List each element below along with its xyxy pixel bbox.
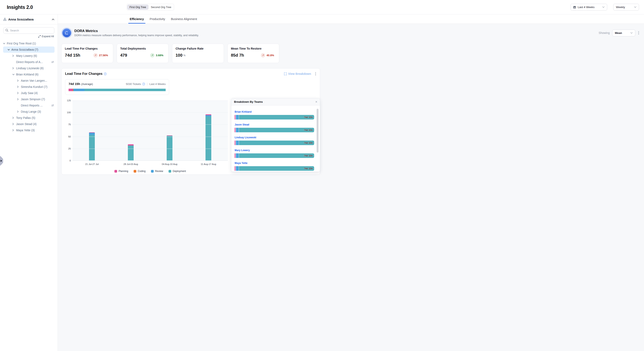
trend-badge: ↗40.8% <box>261 53 274 58</box>
bar-segment-deployment: 74d 15h <box>239 153 314 158</box>
legend-item-coding: Coding <box>134 170 146 173</box>
bar-segment-deployment: 74d 15h <box>239 128 314 132</box>
tab-productivity[interactable]: Productivity <box>150 15 165 24</box>
metric-unit: % <box>183 54 186 57</box>
team-name-link[interactable]: Maya Yette <box>235 162 248 165</box>
summary-segment-deployment <box>84 89 166 91</box>
bar-segment-planning <box>235 153 236 158</box>
toggle-first-org-tree[interactable]: First Org Tree <box>127 5 148 10</box>
summary-qualifier: (Average) <box>81 83 93 86</box>
tree-item-maya-yette[interactable]: Maya Yette (3) <box>3 127 54 133</box>
stacked-bar-28-jul-03-aug[interactable] <box>128 144 134 160</box>
legend-label: Review <box>155 170 163 173</box>
metric-card-total-deployments: Total Deployments479↗3.68% <box>117 44 168 63</box>
team-name-link[interactable]: Brian Kirkland <box>235 110 252 113</box>
tree-item-direct-reports[interactable]: Direct Reports ... <box>3 102 54 109</box>
tree-item-first-org-tree-root[interactable]: First Org Tree Root (1) <box>3 40 54 47</box>
gridline <box>72 149 228 149</box>
team-row-jason-stead: Jason Stead74d 15h <box>235 123 314 132</box>
tab-bar: Efficiency Productivity Business Alignme… <box>58 15 324 24</box>
tree-item-brian-kirkland[interactable]: Brian Kirkland (6) <box>3 71 54 78</box>
tree-item-mary-lowery[interactable]: Mary Lowery (6) <box>3 53 54 59</box>
stacked-bar-11-aug-17-aug[interactable] <box>206 114 211 160</box>
team-name-link[interactable]: Mary Lowery <box>235 149 250 152</box>
tree-item-doug-lange[interactable]: Doug Lange (3) <box>3 109 54 115</box>
team-name-link[interactable]: Jason Stead <box>235 123 249 126</box>
close-icon[interactable]: × <box>316 100 317 104</box>
gridline <box>72 124 228 125</box>
tree-item-judy-saw[interactable]: Judy Saw (4) <box>3 90 54 96</box>
tab-efficiency[interactable]: Efficiency <box>130 15 144 24</box>
bar-segment-planning <box>235 128 236 132</box>
sidebar-search <box>3 27 54 34</box>
tree-item-direct-reports-of-a[interactable]: Direct Reports of A... <box>3 59 54 65</box>
bar-segment-planning <box>235 115 236 120</box>
chart-legend: PlanningCodingReviewDeployment <box>72 170 228 173</box>
tree-item-label: Jason Simpson (7) <box>21 98 45 101</box>
metric-card-lead-time-for-changes: Lead Time For Changes74d 15h↗27.56% <box>61 44 113 63</box>
chevron-right-icon <box>12 129 14 131</box>
team-name-link[interactable]: Lindsay Liszewski <box>235 136 256 139</box>
summary-phase-bar <box>68 89 166 91</box>
view-breakdown-button[interactable]: View Breakdown <box>284 72 311 76</box>
y-axis-tick: 0 <box>63 159 71 162</box>
tree-item-jason-stead[interactable]: Jason Stead (4) <box>3 121 54 127</box>
bar-segment-deployment <box>206 116 211 160</box>
x-axis-label: 04 Aug-10 Aug <box>150 163 189 165</box>
tree-item-label: Lindsay Liszewski (8) <box>16 67 44 70</box>
org-chart-icon <box>3 18 6 21</box>
x-axis-labels: 21 Jul-27 Jul28 Jul-03 Aug04 Aug-10 Aug1… <box>72 163 228 165</box>
org-tree: First Org Tree Root (1)Anna Scozzafava (… <box>0 40 58 133</box>
chevron-up-icon[interactable] <box>52 19 54 20</box>
trend-badge: ↗3.68% <box>150 53 164 58</box>
metric-card-change-failure-rate: Change Failure Rate100% <box>172 44 224 63</box>
expand-all-label: Expand All <box>42 35 54 38</box>
tree-item-lindsay-liszewski[interactable]: Lindsay Liszewski (8) <box>3 65 54 71</box>
expand-all-button[interactable]: Expand All <box>0 35 58 38</box>
breakdown-panel-title: Breakdown By Teams <box>234 100 263 103</box>
plot-area: 0255075100125 <box>72 101 228 161</box>
lead-time-chart: 0255075100125 21 Jul-27 Jul28 Jul-03 Aug… <box>72 101 228 173</box>
tree-item-sireesha-kunduri[interactable]: Sireesha Kunduri (7) <box>3 84 54 90</box>
chart-more-options-icon[interactable] <box>315 72 316 76</box>
team-phase-bar: 74d 15h <box>235 166 314 171</box>
team-value-label: 74d 15h <box>304 129 313 131</box>
tree-item-tony-pallas[interactable]: Tony Pallas (5) <box>3 115 54 121</box>
org-tree-toggle: First Org Tree Second Org Tree <box>126 4 174 11</box>
tickets-info-icon[interactable]: i <box>142 83 145 85</box>
toggle-second-org-tree[interactable]: Second Org Tree <box>148 5 174 10</box>
trend-arrow-icon: ↗ <box>93 53 98 58</box>
app-title: Insights 2.0 <box>7 4 33 10</box>
breakdown-team-list: Brian Kirkland74d 15hJason Stead74d 15hL… <box>231 105 320 171</box>
expand-corners-icon <box>284 73 287 75</box>
tree-item-label: Sireesha Kunduri (7) <box>21 85 47 89</box>
metric-title: Mean Time To Restore <box>231 47 276 50</box>
stacked-bar-04-aug-10-aug[interactable] <box>167 135 172 160</box>
chevron-right-icon <box>12 55 14 57</box>
metric-title: Total Deployments <box>120 47 165 50</box>
trend-value: 40.8% <box>266 54 274 57</box>
filter-sliders-icon[interactable] <box>51 104 54 107</box>
filter-sliders-icon[interactable] <box>51 61 54 63</box>
summary-segment-planning <box>68 89 73 91</box>
trend-value: 3.68% <box>156 54 164 57</box>
bar-segment-review <box>89 133 95 135</box>
legend-item-planning: Planning <box>114 170 128 173</box>
top-header: Insights 2.0 First Org Tree Second Org T… <box>0 0 324 15</box>
tree-item-aaron-van-langen[interactable]: Aaron Van Langen... <box>3 78 54 84</box>
bar-segment-review <box>236 153 239 158</box>
lead-time-card: Lead Time For Changes i View Breakdown <box>61 68 320 175</box>
tab-business-alignment[interactable]: Business Alignment <box>171 15 197 24</box>
tree-item-label: Anna Scozzafava (7) <box>11 48 38 51</box>
summary-value: 74d 15h <box>68 82 80 86</box>
chevron-down-icon <box>3 43 5 44</box>
info-icon[interactable]: i <box>104 73 106 75</box>
tree-item-anna-scozzafava[interactable]: Anna Scozzafava (7) <box>3 47 54 53</box>
bar-slot <box>72 101 111 160</box>
scrollbar-thumb[interactable] <box>317 109 318 153</box>
search-input[interactable] <box>3 27 54 34</box>
tree-item-jason-simpson[interactable]: Jason Simpson (7) <box>3 96 54 102</box>
trend-arrow-icon: ↗ <box>150 53 154 58</box>
y-axis-tick: 50 <box>63 135 71 138</box>
tree-item-label: First Org Tree Root (1) <box>7 42 36 45</box>
